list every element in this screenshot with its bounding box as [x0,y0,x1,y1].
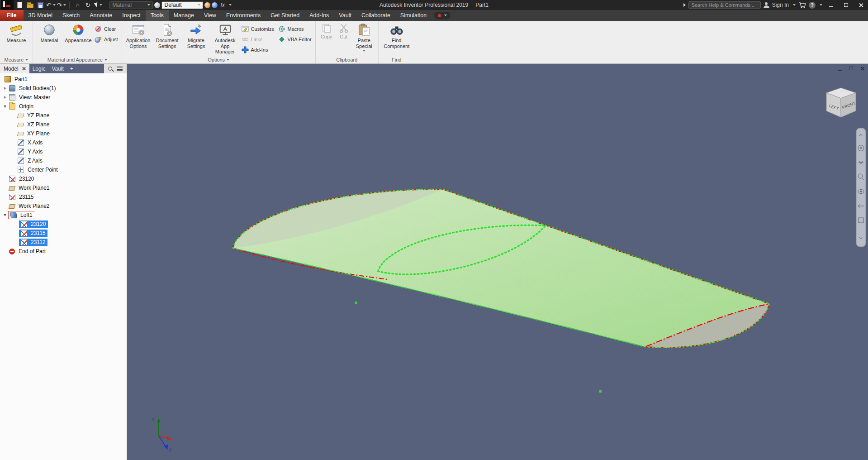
tree-item-view-master[interactable]: View: Master [0,93,127,102]
home-button[interactable]: ⌂ [73,0,82,10]
work-point[interactable] [599,390,602,393]
close-tab-icon[interactable] [22,67,26,71]
panel-options-footer[interactable]: Options [122,56,315,63]
tree-item-xy-plane[interactable]: XY Plane [0,129,127,138]
tree-item-xz-plane[interactable]: XZ Plane [0,120,127,129]
tab-collaborate[interactable]: Collaborate [356,10,395,21]
tree-item-yz-plane[interactable]: YZ Plane [0,111,127,120]
tab-3d-model[interactable]: 3D Model [24,10,58,21]
tab-environments[interactable]: Environments [221,10,266,21]
collapse-icon[interactable] [3,212,8,218]
panel-material-footer[interactable]: Material and Appearance [33,56,122,63]
browser-search-icon[interactable] [108,67,112,71]
tab-simulation[interactable]: Simulation [395,10,432,21]
measure-button[interactable]: Measure [2,22,30,43]
select-dropdown-icon[interactable] [100,4,102,6]
tab-get-started[interactable]: Get Started [266,10,304,21]
navigation-bar[interactable] [856,128,866,247]
undo-dropdown-icon[interactable] [53,4,56,6]
customize-button[interactable]: Customize [240,24,276,33]
clear-button[interactable]: Clear [93,24,119,33]
material-sphere-icon[interactable] [154,2,160,8]
tree-item-work-plane2[interactable]: Work Plane2 [0,201,127,211]
tree-item-loft-sketch-23120[interactable]: 23120 [0,220,127,229]
tab-view[interactable]: View [199,10,221,21]
close-button[interactable] [855,0,867,10]
material-button[interactable]: Material [35,22,63,43]
browser-tab-vault[interactable]: Vault [48,64,66,73]
inventor-logo-icon[interactable] [1,0,14,10]
adjust-appearance-icon[interactable] [204,2,210,8]
tree-item-origin[interactable]: Origin [0,102,127,111]
redo-dropdown-icon[interactable] [63,4,66,6]
appearance-override-icon[interactable] [212,2,218,8]
update-button[interactable]: ↻ [83,0,92,10]
appearance-button[interactable]: Appearance [64,22,92,43]
sign-in-button[interactable]: Sign In [772,2,789,8]
tab-inspect[interactable]: Inspect [117,10,145,21]
undo-button[interactable]: ↶ [46,0,56,10]
tab-manage[interactable]: Manage [169,10,199,21]
view-cube[interactable]: LEFT FRONT [826,88,856,117]
doc-restore-button[interactable] [848,66,854,71]
doc-minimize-button[interactable] [837,66,843,71]
expand-icon[interactable] [3,86,8,91]
tree-item-loft-sketch-23115[interactable]: 23115 [0,229,127,238]
help-caret-icon[interactable] [820,4,822,6]
document-settings-button[interactable]: Document Settings [153,22,181,49]
browser-add-tab-button[interactable]: + [67,64,76,73]
search-input[interactable] [688,1,761,9]
macros-button[interactable]: Macros [277,24,313,33]
tree-item-x-axis[interactable]: X Axis [0,138,127,147]
redo-button[interactable]: ↷ [57,0,66,10]
parameters-fx-button[interactable]: fx [219,2,226,8]
tree-item-center-point[interactable]: Center Point [0,165,127,174]
tree-item-end-of-part[interactable]: End of Part [0,247,127,256]
tree-item-loft1[interactable]: Loft1 [0,211,127,220]
minimize-button[interactable] [825,0,837,10]
expand-icon[interactable] [3,95,8,100]
browser-menu-icon[interactable] [117,67,123,71]
screencast-recorder-button[interactable] [434,12,451,19]
qat-customize-caret-icon[interactable] [229,4,232,6]
sign-in-caret-icon[interactable] [793,4,796,6]
browser-tab-logic[interactable]: Logic [29,64,49,73]
save-button[interactable] [36,0,45,10]
tree-item-sketch-23120[interactable]: 23120 [0,174,127,183]
store-cart-icon[interactable] [798,2,806,9]
tab-annotate[interactable]: Annotate [85,10,117,21]
tab-file[interactable]: File [0,10,24,21]
tab-add-ins[interactable]: Add-Ins [304,10,334,21]
vba-editor-button[interactable]: VBA Editor [277,35,313,43]
tree-item-z-axis[interactable]: Z Axis [0,156,127,165]
search-expand-icon[interactable] [683,3,686,7]
doc-close-button[interactable] [859,66,865,71]
migrate-settings-button[interactable]: Migrate Settings [182,22,210,49]
collapse-icon[interactable] [3,104,8,109]
tree-item-sketch-23115[interactable]: 23115 [0,192,127,201]
tab-vault[interactable]: Vault [334,10,356,21]
tree-item-solid-bodies[interactable]: Solid Bodies(1) [0,84,127,93]
tree-item-loft-sketch-23112[interactable]: 23112 [0,238,127,247]
tree-item-part1[interactable]: Part1 [0,75,127,84]
appearance-combo[interactable]: Default [161,1,203,9]
tab-sketch[interactable]: Sketch [57,10,85,21]
select-tool-button[interactable] [94,0,103,10]
tree-item-y-axis[interactable]: Y Axis [0,147,127,156]
paste-special-button[interactable]: Paste Special [352,22,376,52]
tree-item-work-plane1[interactable]: Work Plane1 [0,183,127,192]
3d-viewport[interactable]: LEFT FRONT [127,64,868,460]
help-icon[interactable]: ? [809,2,816,9]
work-point[interactable] [355,302,357,304]
new-file-button[interactable] [15,0,24,10]
application-options-button[interactable]: Application Options [124,22,152,49]
adjust-button[interactable]: Adjust [93,35,119,43]
find-component-button[interactable]: Find Component [381,22,413,49]
app-manager-button[interactable]: Autodesk App Manager [211,22,239,55]
tab-tools[interactable]: Tools [146,10,169,21]
viewport-canvas[interactable]: LEFT FRONT [127,64,868,460]
add-ins-button[interactable]: Add-Ins [240,45,276,54]
browser-tab-model[interactable]: Model [0,64,29,73]
maximize-button[interactable] [840,0,852,10]
open-button[interactable] [25,0,34,10]
